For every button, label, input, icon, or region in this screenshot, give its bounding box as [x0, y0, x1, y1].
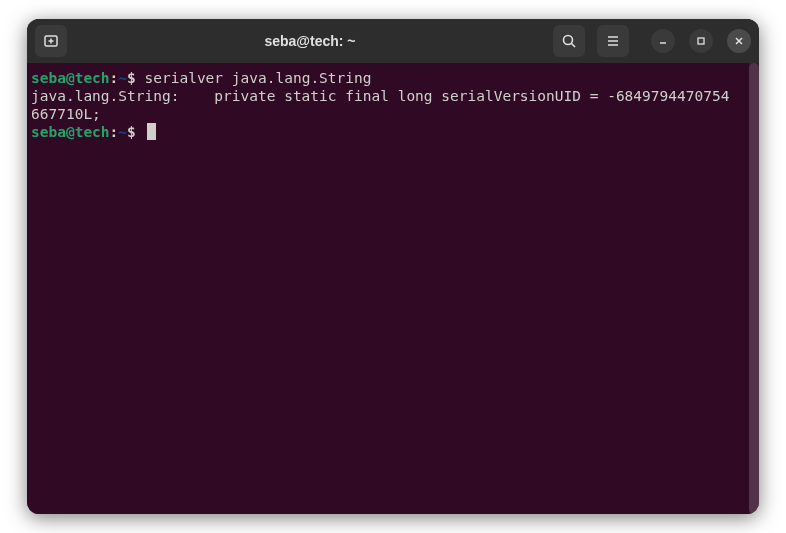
titlebar-left: [35, 25, 67, 57]
prompt-user-host: seba@tech: [31, 124, 110, 140]
command-line-2: seba@tech:~$: [31, 123, 755, 141]
command-line-1: seba@tech:~$ serialver java.lang.String: [31, 69, 755, 87]
maximize-icon: [696, 36, 706, 46]
prompt-symbol: $: [127, 70, 136, 86]
svg-point-3: [564, 36, 573, 45]
minimize-button[interactable]: [651, 29, 675, 53]
hamburger-icon: [605, 33, 621, 49]
search-icon: [561, 33, 577, 49]
window-controls: [651, 29, 751, 53]
titlebar: seba@tech: ~: [27, 19, 759, 63]
new-tab-icon: [43, 33, 59, 49]
terminal-window: seba@tech: ~: [27, 19, 759, 514]
prompt-separator: :: [110, 70, 119, 86]
titlebar-right: [553, 25, 751, 57]
cursor: [147, 123, 156, 140]
prompt-path: ~: [118, 124, 127, 140]
scrollbar[interactable]: [749, 63, 759, 514]
terminal-content: seba@tech:~$ serialver java.lang.Stringj…: [31, 69, 755, 141]
new-tab-button[interactable]: [35, 25, 67, 57]
scrollbar-thumb[interactable]: [749, 63, 759, 514]
output-line-2: 667710L;: [31, 105, 755, 123]
output-line-1: java.lang.String: private static final l…: [31, 87, 755, 105]
close-button[interactable]: [727, 29, 751, 53]
close-icon: [734, 36, 744, 46]
prompt-path: ~: [118, 70, 127, 86]
terminal-body[interactable]: seba@tech:~$ serialver java.lang.Stringj…: [27, 63, 759, 514]
minimize-icon: [658, 36, 668, 46]
command-text: serialver java.lang.String: [145, 70, 372, 86]
window-title: seba@tech: ~: [75, 33, 545, 49]
prompt-symbol: $: [127, 124, 136, 140]
menu-button[interactable]: [597, 25, 629, 57]
svg-line-4: [572, 44, 576, 48]
prompt-user-host: seba@tech: [31, 70, 110, 86]
prompt-separator: :: [110, 124, 119, 140]
maximize-button[interactable]: [689, 29, 713, 53]
svg-rect-9: [698, 38, 704, 44]
search-button[interactable]: [553, 25, 585, 57]
